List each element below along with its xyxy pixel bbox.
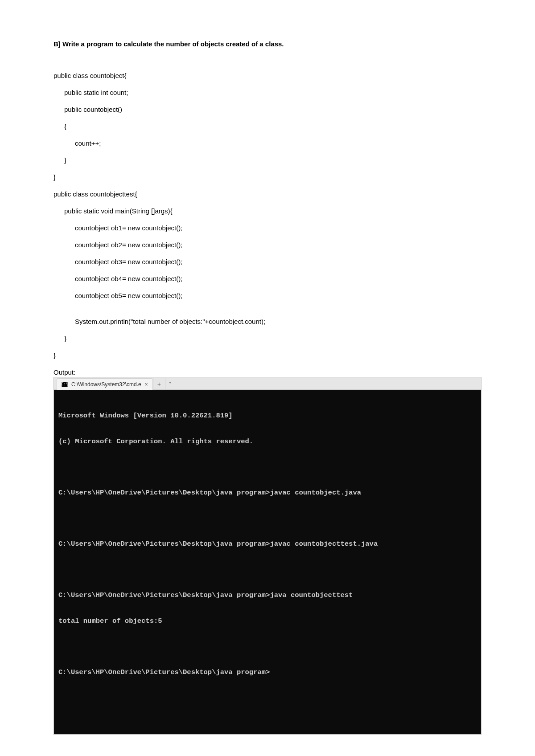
output-label: Output:	[54, 368, 482, 376]
code-line: countobject ob5= new countobject();	[54, 292, 482, 300]
terminal-line: Microsoft Windows [Version 10.0.22621.81…	[58, 412, 477, 420]
code-line: }	[54, 335, 482, 343]
terminal-tabbar: C:\ C:\Windows\System32\cmd.e × + ˅	[54, 377, 481, 390]
chevron-down-icon: ˅	[169, 382, 171, 387]
terminal-line: C:\Users\HP\OneDrive\Pictures\Desktop\ja…	[58, 489, 477, 497]
blank-line	[54, 309, 482, 318]
code-line: public static int count;	[54, 89, 482, 97]
code-line: {	[54, 123, 482, 131]
code-line: count++;	[54, 139, 482, 147]
close-icon[interactable]: ×	[145, 381, 148, 388]
cmd-icon: C:\	[62, 382, 68, 387]
terminal-line: C:\Users\HP\OneDrive\Pictures\Desktop\ja…	[58, 591, 477, 600]
terminal-line: C:\Users\HP\OneDrive\Pictures\Desktop\ja…	[58, 540, 477, 548]
code-line: public class countobjecttest{	[54, 190, 482, 198]
terminal-blank-line	[58, 643, 477, 651]
code-line: }	[54, 351, 482, 360]
terminal-blank-line	[58, 566, 477, 574]
terminal-window: C:\ C:\Windows\System32\cmd.e × + ˅ Micr…	[54, 377, 482, 735]
document-page: B] Write a program to calculate the numb…	[0, 0, 535, 756]
terminal-tab-title: C:\Windows\System32\cmd.e	[71, 381, 141, 388]
code-line: countobject ob4= new countobject();	[54, 275, 482, 283]
new-tab-button[interactable]: +	[153, 378, 165, 390]
terminal-blank-line	[58, 463, 477, 471]
code-line: countobject ob2= new countobject();	[54, 241, 482, 249]
terminal-line: total number of objects:5	[58, 617, 477, 625]
code-line: public class countobject{	[54, 72, 482, 80]
code-line: countobject ob1= new countobject();	[54, 224, 482, 232]
terminal-blank-line	[58, 515, 477, 523]
tab-dropdown-button[interactable]: ˅	[165, 378, 175, 390]
terminal-line: (c) Microsoft Corporation. All rights re…	[58, 437, 477, 446]
code-line: }	[54, 156, 482, 164]
terminal-tab[interactable]: C:\ C:\Windows\System32\cmd.e ×	[57, 378, 153, 390]
code-line: System.out.println("total number of obje…	[54, 318, 482, 326]
question-heading: B] Write a program to calculate the numb…	[54, 40, 482, 48]
code-line: }	[54, 173, 482, 181]
code-line: public static void main(String []args){	[54, 207, 482, 215]
terminal-body[interactable]: Microsoft Windows [Version 10.0.22621.81…	[54, 390, 481, 734]
terminal-line: C:\Users\HP\OneDrive\Pictures\Desktop\ja…	[58, 668, 477, 677]
code-line: countobject ob3= new countobject();	[54, 258, 482, 266]
source-code-block: public class countobject{ public static …	[54, 72, 482, 360]
code-line: public countobject()	[54, 106, 482, 114]
